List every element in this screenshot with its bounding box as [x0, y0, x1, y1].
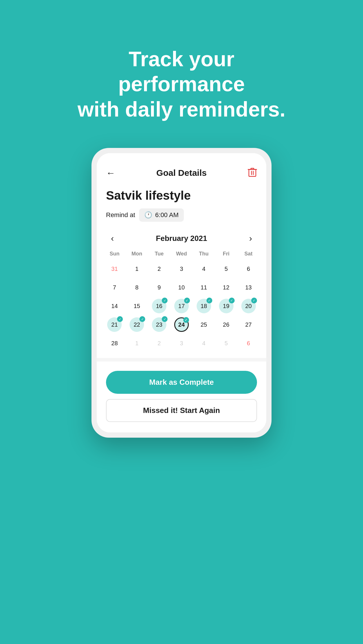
day-10[interactable]: 10: [171, 278, 193, 296]
hero-title: Track your performance with daily remind…: [35, 23, 328, 136]
section-separator: [97, 358, 266, 362]
calendar: ‹ February 2021 › Sun Mon Tue Wed Thu Fr…: [97, 228, 266, 355]
check-icon-18: ✓: [206, 298, 212, 303]
day-header-sun: Sun: [104, 248, 125, 259]
remind-time: 6:00 AM: [155, 211, 179, 219]
day-5[interactable]: 5: [215, 260, 237, 278]
day-19[interactable]: 19 ✓: [215, 297, 237, 315]
top-nav: ← Goal Details: [97, 162, 266, 182]
day-2[interactable]: 2: [148, 260, 170, 278]
phone-screen: ← Goal Details Satvik lifestyle Remind a…: [97, 153, 266, 432]
day-13[interactable]: 13: [238, 278, 259, 296]
day-header-wed: Wed: [171, 248, 193, 259]
delete-button[interactable]: [248, 167, 257, 179]
goal-section: Satvik lifestyle Remind at 🕐 6:00 AM: [97, 182, 266, 228]
missed-start-again-button[interactable]: Missed it! Start Again: [106, 399, 257, 422]
day-4[interactable]: 4: [193, 260, 215, 278]
status-bar: [97, 153, 266, 162]
remind-row: Remind at 🕐 6:00 AM: [106, 208, 257, 222]
day-6[interactable]: 6: [238, 260, 259, 278]
day-18[interactable]: 18 ✓: [193, 297, 215, 315]
trash-icon: [248, 167, 257, 178]
svg-rect-0: [249, 169, 256, 176]
day-11[interactable]: 11: [193, 278, 215, 296]
day-31-prev[interactable]: 31: [104, 260, 125, 278]
day-header-thu: Thu: [193, 248, 215, 259]
calendar-grid: Sun Mon Tue Wed Thu Fri Sat 31 1 2 3 4 5…: [104, 248, 259, 352]
day-header-sat: Sat: [238, 248, 259, 259]
day-header-fri: Fri: [215, 248, 237, 259]
day-26[interactable]: 26: [215, 316, 237, 334]
day-17[interactable]: 17 ✓: [171, 297, 193, 315]
check-icon-24: ✓: [183, 317, 189, 323]
day-25[interactable]: 25: [193, 316, 215, 334]
remind-label: Remind at: [106, 211, 135, 219]
day-28[interactable]: 28: [104, 334, 125, 352]
remind-badge[interactable]: 🕐 6:00 AM: [139, 208, 184, 222]
day-5-next[interactable]: 5: [215, 334, 237, 352]
check-icon-17: ✓: [184, 298, 190, 303]
day-3-next[interactable]: 3: [171, 334, 193, 352]
day-12[interactable]: 12: [215, 278, 237, 296]
day-24[interactable]: 24 ✓: [171, 316, 193, 334]
hero-section: Track your performance with daily remind…: [0, 0, 363, 148]
check-icon-16: ✓: [162, 298, 168, 303]
check-icon-20: ✓: [251, 298, 257, 303]
day-8[interactable]: 8: [126, 278, 148, 296]
check-icon-22: ✓: [139, 316, 145, 322]
calendar-month-label: February 2021: [156, 234, 207, 243]
bottom-section: Mark as Complete Missed it! Start Again: [97, 362, 266, 432]
mark-complete-button[interactable]: Mark as Complete: [106, 371, 257, 394]
clock-icon: 🕐: [144, 211, 152, 219]
check-icon-23: ✓: [162, 316, 168, 322]
next-month-button[interactable]: ›: [245, 233, 256, 243]
day-3[interactable]: 3: [171, 260, 193, 278]
phone-frame: ← Goal Details Satvik lifestyle Remind a…: [91, 148, 272, 438]
day-1[interactable]: 1: [126, 260, 148, 278]
day-27[interactable]: 27: [238, 316, 259, 334]
check-icon-21: ✓: [117, 316, 123, 322]
day-22[interactable]: 22 ✓: [126, 316, 148, 334]
nav-title: Goal Details: [156, 168, 206, 178]
day-9[interactable]: 9: [148, 278, 170, 296]
day-20[interactable]: 20 ✓: [238, 297, 259, 315]
prev-month-button[interactable]: ‹: [107, 233, 118, 243]
day-14[interactable]: 14: [104, 297, 125, 315]
check-icon-19: ✓: [229, 298, 235, 303]
day-4-next[interactable]: 4: [193, 334, 215, 352]
back-button[interactable]: ←: [106, 168, 115, 178]
goal-title: Satvik lifestyle: [106, 189, 257, 203]
day-16[interactable]: 16 ✓: [148, 297, 170, 315]
day-header-mon: Mon: [126, 248, 148, 259]
day-21[interactable]: 21 ✓: [104, 316, 125, 334]
day-1-next[interactable]: 1: [126, 334, 148, 352]
day-15[interactable]: 15: [126, 297, 148, 315]
day-header-tue: Tue: [148, 248, 170, 259]
day-6-next[interactable]: 6: [238, 334, 259, 352]
day-23[interactable]: 23 ✓: [148, 316, 170, 334]
day-2-next[interactable]: 2: [148, 334, 170, 352]
day-7[interactable]: 7: [104, 278, 125, 296]
calendar-header: ‹ February 2021 ›: [104, 233, 259, 243]
